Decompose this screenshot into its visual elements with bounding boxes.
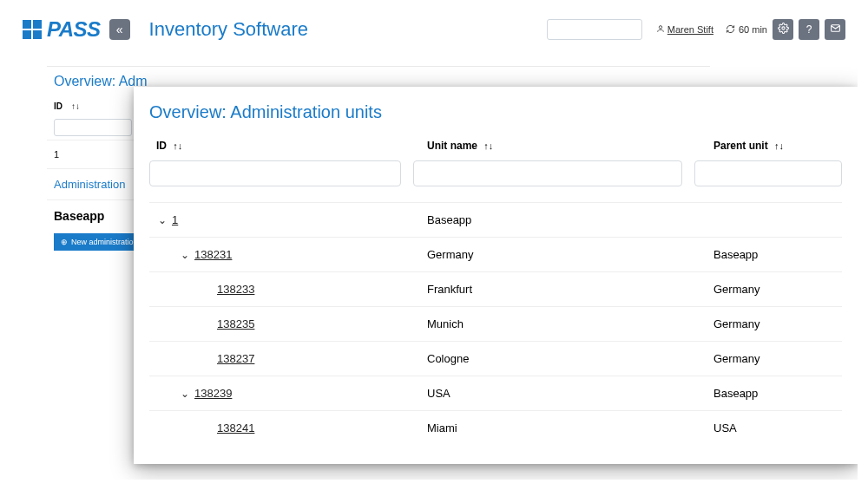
parent-unit-filter-input[interactable] [694,160,842,186]
parent-unit-cell: Baseapp [713,248,842,261]
parent-unit-cell: Germany [713,317,842,330]
user-link[interactable]: Maren Stift [656,24,713,35]
id-cell: ⌄138231 [149,248,427,261]
logo-text: PASS [47,17,101,42]
id-link[interactable]: 138239 [194,387,232,400]
chevron-left-icon: « [116,23,123,36]
overview-panel: Overview: Administration units ID ↑↓ Uni… [134,87,858,464]
logo-mark-icon [23,20,42,39]
chevron-down-icon[interactable]: ⌄ [158,214,172,226]
back-col-id: ID [54,101,62,111]
user-name: Maren Stift [667,24,713,35]
chevron-down-icon[interactable]: ⌄ [181,388,194,400]
id-link[interactable]: 138231 [194,248,232,261]
help-button[interactable]: ? [799,19,819,40]
table-row: 138233FrankfurtGermany [149,271,842,306]
plus-circle-icon: ⊕ [61,238,68,246]
timer-value: 60 min [739,24,767,35]
filter-row [149,160,842,195]
parent-unit-cell: Germany [713,352,842,365]
table-row: ⌄138239USABaseapp [149,376,842,410]
sort-icon[interactable]: ↑↓ [173,140,182,151]
chevron-down-icon[interactable]: ⌄ [181,249,194,261]
app-window: PASS « Inventory Software Maren Stift 60… [10,10,858,480]
question-icon: ? [806,23,812,36]
panel-title: Overview: Administration units [149,102,842,122]
id-cell: ⌄1 [149,213,427,226]
id-link[interactable]: 138241 [217,421,254,434]
unit-name-cell: Frankfurt [427,283,713,296]
tree-body: ⌄1Baseapp⌄138231GermanyBaseapp138233Fran… [149,202,842,445]
logo: PASS [23,17,101,42]
col-parent-unit-label: Parent unit [713,140,768,152]
table-row: 138237CologneGermany [149,341,842,376]
back-id-filter-input[interactable] [54,119,132,136]
unit-name-cell: Munich [427,317,713,330]
topbar: PASS « Inventory Software Maren Stift 60… [10,10,858,52]
search-input[interactable] [547,19,642,40]
unit-name-cell: Cologne [427,352,713,365]
gear-icon [778,23,789,36]
user-icon [656,24,665,35]
parent-unit-cell: Germany [713,283,842,296]
refresh-icon [726,24,735,36]
id-cell: 138235 [149,317,427,330]
unit-name-cell: USA [427,387,713,400]
id-link[interactable]: 138237 [217,352,254,365]
settings-button[interactable] [773,19,793,40]
svg-point-1 [781,27,784,29]
sort-icon[interactable]: ↑↓ [483,140,493,151]
parent-unit-cell: USA [713,421,842,434]
id-cell: 138237 [149,352,427,365]
id-cell: 138241 [149,421,427,434]
table-row: ⌄138231GermanyBaseapp [149,237,842,271]
unit-name-cell: Miami [427,421,713,434]
sort-icon[interactable]: ↑↓ [774,140,784,151]
mail-icon [830,23,841,36]
svg-point-0 [659,26,661,29]
mail-button[interactable] [825,19,845,40]
id-cell: ⌄138239 [149,387,427,400]
col-id-label: ID [156,140,167,152]
table-row: 138241MiamiUSA [149,410,842,445]
id-link[interactable]: 138233 [217,283,254,296]
sidebar-collapse-button[interactable]: « [109,19,130,40]
col-unit-name-label: Unit name [427,140,477,152]
id-link[interactable]: 138235 [217,317,254,330]
table-row: ⌄1Baseapp [149,202,842,237]
id-filter-input[interactable] [149,160,401,186]
unit-name-cell: Germany [427,248,713,261]
id-cell: 138233 [149,283,427,296]
session-timer: 60 min [726,24,767,36]
unit-name-filter-input[interactable] [413,160,682,186]
table-header: ID ↑↓ Unit name ↑↓ Parent unit ↑↓ [149,134,842,160]
unit-name-cell: Baseapp [427,213,713,226]
sort-icon[interactable]: ↑↓ [71,101,80,111]
parent-unit-cell: Baseapp [713,387,842,400]
id-link[interactable]: 1 [172,213,178,226]
app-title: Inventory Software [149,18,308,41]
table-row: 138235MunichGermany [149,306,842,341]
